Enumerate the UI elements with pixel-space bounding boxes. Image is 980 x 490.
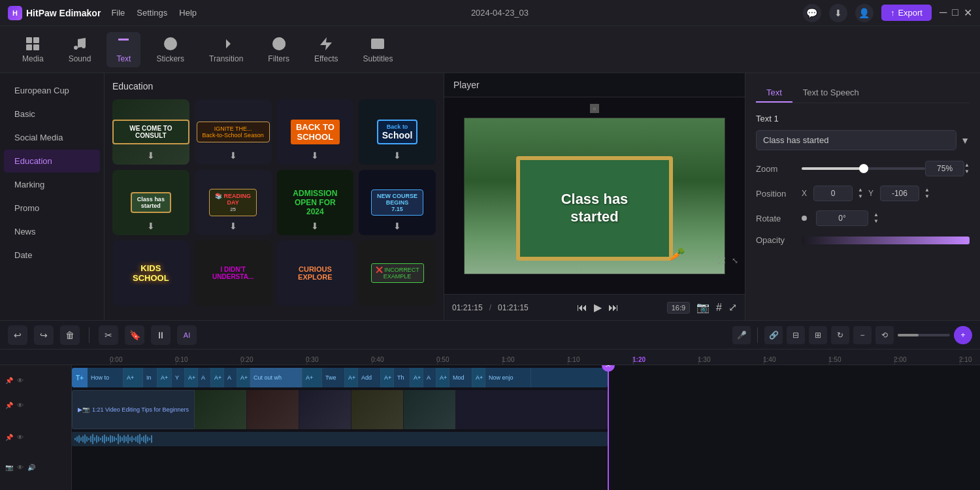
pos-x-input[interactable]: 0 — [813, 186, 853, 201]
minimize-button[interactable]: ─ — [939, 7, 947, 19]
track-pin-icon-1[interactable]: 📌 — [5, 377, 13, 384]
sticker-item-11[interactable]: CURIOUSEXPLORE — [277, 240, 354, 306]
user-icon[interactable]: 👤 — [855, 4, 874, 22]
track-eye-icon-2[interactable]: 👁 — [17, 402, 24, 409]
download-icon[interactable]: ⬇ — [829, 4, 847, 22]
text-seg-16[interactable]: A+ — [381, 368, 394, 387]
text-seg-17[interactable]: Th — [394, 368, 410, 387]
drag-handle[interactable]: ○ — [590, 104, 599, 113]
crop-icon[interactable]: # — [716, 302, 722, 314]
text-seg-8[interactable]: A+ — [211, 368, 224, 387]
text-seg-11[interactable]: Cut out wh — [250, 368, 302, 387]
pos-x-up[interactable]: ▲ — [858, 187, 863, 193]
dropdown-arrow-icon[interactable]: ▼ — [960, 135, 970, 146]
ai-button[interactable]: AI — [177, 325, 197, 345]
toolbar-stickers[interactable]: Stickers — [147, 32, 193, 67]
pos-y-up[interactable]: ▲ — [924, 187, 930, 193]
sticker-item-6[interactable]: 📚 READINGDAY25 ⬇ — [195, 170, 272, 235]
text-seg-3[interactable]: In — [143, 368, 157, 387]
toolbar-media[interactable]: Media — [13, 32, 53, 67]
sticker-item-3[interactable]: BACK TOSCHOOL ⬇ — [277, 99, 354, 165]
track-cam-icon[interactable]: 📷 — [5, 464, 13, 471]
expand-icon[interactable]: ⤢ — [728, 301, 737, 314]
text-seg-13[interactable]: Twe — [322, 368, 345, 387]
text-seg-10[interactable]: A+ — [237, 368, 250, 387]
download-icon-3[interactable]: ⬇ — [311, 150, 319, 161]
sticker-item-5[interactable]: Class hasstarted ⬇ — [112, 170, 189, 235]
bookmark-button[interactable]: 🔖 — [125, 325, 144, 345]
zoom-slider-timeline[interactable] — [898, 334, 950, 336]
text-seg-18[interactable]: A+ — [410, 368, 423, 387]
rotate-stepper[interactable]: ▲ ▼ — [874, 212, 879, 224]
track-pin-icon-3[interactable]: 📌 — [5, 434, 13, 441]
delete-button[interactable]: 🗑 — [60, 325, 80, 345]
sidebar-item-education[interactable]: Education — [4, 150, 100, 172]
video-track[interactable]: ▶📷 1:21 Video Editing Tips for Beginners — [72, 390, 608, 429]
track-vol-icon[interactable]: 🔊 — [27, 464, 35, 471]
loop-button[interactable]: ↻ — [831, 326, 849, 344]
sidebar-item-date[interactable]: Date — [4, 244, 100, 267]
toolbar-text[interactable]: Text — [106, 32, 140, 67]
text-seg-6[interactable]: A+ — [185, 368, 198, 387]
text-seg-1[interactable]: How to — [88, 368, 123, 387]
zoom-stepper[interactable]: ▲ ▼ — [964, 162, 970, 174]
sticker-item-8[interactable]: NEW COURSEBEGINS7.15 ⬇ — [359, 170, 436, 235]
text-track-1[interactable]: T+ How to A+ In A+ Y A+ A A+ A A+ Cut ou… — [72, 368, 608, 387]
mic-button[interactable]: 🎤 — [732, 326, 751, 344]
maximize-button[interactable]: □ — [952, 7, 958, 19]
text-input[interactable]: Class has started — [756, 130, 956, 150]
text-seg-20[interactable]: A+ — [436, 368, 449, 387]
download-icon-1[interactable]: ⬇ — [147, 150, 155, 161]
rotate-input[interactable]: 0° — [816, 210, 868, 226]
zoom-thumb[interactable] — [859, 164, 868, 173]
sticker-item-2[interactable]: IGNITE THE...Back-to-School Season ⬇ — [195, 99, 272, 165]
download-icon-6[interactable]: ⬇ — [229, 221, 237, 231]
cut-button[interactable]: ✂ — [99, 325, 118, 345]
track-eye-icon-3[interactable]: 👁 — [17, 434, 24, 441]
download-icon-5[interactable]: ⬇ — [147, 221, 155, 231]
text-seg-5[interactable]: Y — [172, 368, 185, 387]
download-icon-8[interactable]: ⬇ — [393, 221, 401, 231]
text-seg-14[interactable]: A+ — [345, 368, 358, 387]
sticker-item-4[interactable]: Back toSchool ⬇ — [359, 99, 436, 165]
play-forward-button[interactable]: ⏭ — [608, 302, 619, 314]
sticker-item-12[interactable]: ❌ INCORRECTEXAMPLE — [359, 240, 436, 306]
text-seg-23[interactable]: Now enjo — [485, 368, 531, 387]
play-backward-button[interactable]: ⏮ — [577, 302, 587, 314]
sticker-item-7[interactable]: ADMISSIONOPEN FOR2024 ⬇ — [277, 170, 354, 235]
toolbar-filters[interactable]: Filters — [259, 32, 299, 67]
sidebar-item-news[interactable]: News — [4, 220, 100, 243]
sticker-item-10[interactable]: I DIDN'TUNDERSTA... — [195, 240, 272, 306]
tab-text-to-speech[interactable]: Text to Speech — [792, 84, 870, 103]
text-seg-9[interactable]: A — [224, 368, 237, 387]
toolbar-transition[interactable]: Transition — [200, 32, 252, 67]
sidebar-item-social-media[interactable]: Social Media — [4, 126, 100, 149]
sidebar-item-european-cup[interactable]: European Cup — [4, 79, 100, 102]
link-button[interactable]: 🔗 — [764, 326, 783, 344]
pos-y-down[interactable]: ▼ — [924, 193, 930, 200]
sticker-item-1[interactable]: WE COME TO CONSULT ⬇ — [112, 99, 189, 165]
chat-icon[interactable]: 💬 — [803, 4, 821, 22]
reverse-button[interactable]: ⟲ — [875, 326, 894, 344]
rotate-down[interactable]: ▼ — [874, 218, 879, 225]
zoom-down[interactable]: ▼ — [964, 169, 970, 175]
pos-x-down[interactable]: ▼ — [858, 193, 863, 200]
zoom-up[interactable]: ▲ — [964, 162, 970, 169]
text-seg-12[interactable]: A+ — [302, 368, 322, 387]
track-pin-icon-2[interactable]: 📌 — [5, 402, 13, 409]
playhead-needle[interactable]: ✂ — [608, 365, 609, 490]
rotate-up[interactable]: ▲ — [874, 212, 879, 218]
text-seg-2[interactable]: A+ — [123, 368, 143, 387]
add-track-button[interactable]: + — [954, 326, 972, 344]
sidebar-item-basic[interactable]: Basic — [4, 103, 100, 125]
toolbar-effects[interactable]: Effects — [305, 32, 347, 67]
track-eye-icon-4[interactable]: 👁 — [17, 464, 24, 471]
close-button[interactable]: ✕ — [964, 7, 972, 19]
sticker-item-9[interactable]: KIDSSCHOOL — [112, 240, 189, 306]
aspect-ratio-selector[interactable]: 16:9 — [667, 302, 690, 314]
opacity-bar[interactable] — [802, 237, 970, 244]
text-seg-4[interactable]: A+ — [157, 368, 172, 387]
zoom-value[interactable]: 75% — [925, 161, 964, 176]
toolbar-sound[interactable]: Sound — [59, 32, 101, 67]
fullscreen-icon[interactable]: ⛶ — [717, 256, 725, 265]
